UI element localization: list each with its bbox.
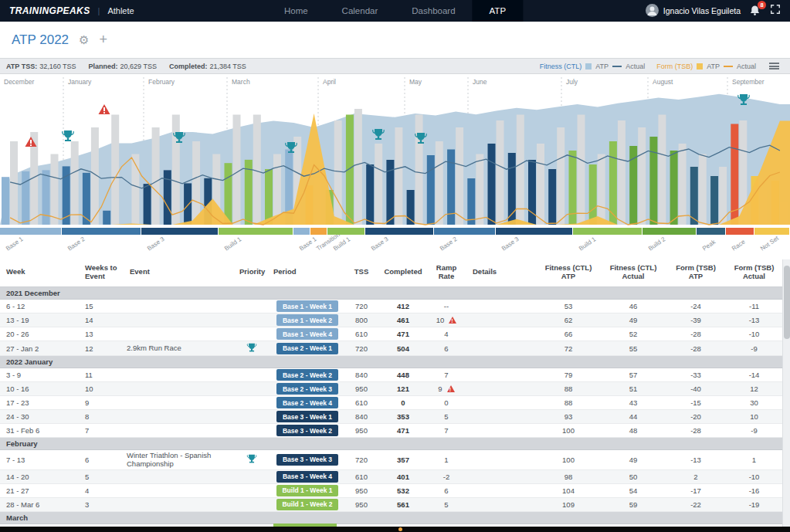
chart-menu-icon[interactable]: [769, 63, 779, 69]
completed-bar[interactable]: [649, 137, 657, 225]
completed-bar[interactable]: [629, 146, 637, 225]
warning-icon[interactable]: [99, 104, 110, 114]
planned-bar[interactable]: [679, 144, 687, 225]
atp-chart[interactable]: DecemberJanuaryFebruaryMarchAprilMayJune…: [0, 74, 790, 253]
planned-bar[interactable]: [111, 115, 119, 225]
planned-bar[interactable]: [638, 127, 646, 225]
period-band-segment[interactable]: [573, 228, 642, 235]
period-badge[interactable]: Base 3 - Week 4: [276, 471, 338, 483]
scrollbar-thumb[interactable]: [784, 266, 790, 339]
completed-bar[interactable]: [42, 170, 50, 225]
table-row[interactable]: 20 - 2613Base 1 - Week 461047146652-28-1…: [0, 327, 790, 341]
planned-bar[interactable]: [395, 127, 402, 225]
period-band-segment[interactable]: [327, 228, 364, 235]
period-band-segment[interactable]: [219, 228, 293, 235]
period-badge[interactable]: Base 3 - Week 3: [276, 454, 338, 466]
period-band-segment[interactable]: [643, 228, 696, 235]
completed-bar[interactable]: [710, 176, 718, 225]
completed-bar[interactable]: [22, 171, 29, 225]
notifications-button[interactable]: 8: [749, 5, 761, 17]
fullscreen-icon[interactable]: [770, 4, 781, 18]
planned-bar[interactable]: [578, 115, 585, 225]
period-band-segment[interactable]: [365, 228, 433, 235]
period-badge[interactable]: Base 1 - Week 1: [276, 300, 338, 312]
completed-bar[interactable]: [467, 178, 475, 225]
completed-bar[interactable]: [548, 169, 556, 225]
user-menu[interactable]: Ignacio Vilas Eguileta: [646, 4, 741, 19]
planned-bar[interactable]: [415, 115, 423, 225]
planned-bar[interactable]: [658, 115, 666, 225]
completed-bar[interactable]: [144, 184, 151, 225]
completed-bar[interactable]: [265, 169, 273, 225]
completed-bar[interactable]: [488, 144, 496, 225]
trophy-icon[interactable]: [63, 130, 74, 141]
table-row[interactable]: 3 - 911Base 2 - Week 284044877957-33-14: [0, 368, 790, 382]
period-band-segment[interactable]: [754, 228, 789, 235]
nav-calendar[interactable]: Calendar: [325, 0, 395, 22]
planned-bar[interactable]: [354, 109, 362, 225]
table-row[interactable]: 21 - 274Build 1 - Week 1950532610454-17-…: [0, 484, 790, 498]
table-row[interactable]: 31 - Feb 67Base 3 - Week 2950471710048-2…: [0, 424, 790, 438]
planned-bar[interactable]: [71, 141, 79, 225]
table-scrollbar[interactable]: [782, 259, 790, 527]
period-band-segment[interactable]: [697, 228, 725, 235]
completed-bar[interactable]: [2, 177, 9, 225]
planned-bar[interactable]: [192, 141, 200, 225]
completed-bar[interactable]: [690, 167, 698, 225]
table-row[interactable]: 6 - 1215Base 1 - Week 1720412--5346-24-1…: [0, 300, 790, 313]
planned-bar[interactable]: [517, 115, 524, 225]
planned-bar[interactable]: [253, 115, 261, 225]
add-plan-button[interactable]: +: [100, 32, 108, 48]
table-row[interactable]: 10 - 1610Base 2 - Week 395012198851-4012: [0, 382, 790, 396]
completed-bar[interactable]: [427, 155, 435, 225]
period-badge[interactable]: Base 2 - Week 4: [276, 397, 338, 408]
table-row[interactable]: 7 - 136Winter Triathlon - Spanish Champi…: [0, 450, 790, 470]
period-band-segment[interactable]: [0, 228, 61, 235]
period-badge[interactable]: Base 3 - Week 2: [276, 425, 338, 436]
planned-bar[interactable]: [497, 120, 504, 225]
period-band-segment[interactable]: [310, 228, 327, 235]
planned-bar[interactable]: [334, 120, 342, 225]
period-badge[interactable]: Build 1 - Week 2: [276, 499, 338, 510]
planned-bar[interactable]: [152, 127, 160, 225]
planned-bar[interactable]: [537, 144, 544, 225]
period-badge[interactable]: Base 2 - Week 3: [276, 383, 338, 395]
completed-bar[interactable]: [670, 151, 678, 225]
period-badge[interactable]: Build 1 - Week 1: [276, 485, 338, 496]
table-row[interactable]: 14 - 205Base 3 - Week 4610401-298502-10: [0, 470, 790, 484]
period-badge[interactable]: Base 3 - Week 1: [276, 411, 338, 422]
period-band-segment[interactable]: [141, 228, 218, 235]
table-row[interactable]: 13 - 1914Base 1 - Week 2800461106249-39-…: [0, 313, 790, 327]
table-row[interactable]: 17 - 239Base 2 - Week 4610008843-1530: [0, 396, 790, 410]
completed-bar[interactable]: [184, 183, 192, 225]
period-band-segment[interactable]: [726, 228, 754, 235]
planned-bar[interactable]: [436, 141, 443, 225]
planned-bar[interactable]: [172, 115, 180, 225]
planned-bar[interactable]: [233, 115, 241, 225]
planned-bar[interactable]: [456, 127, 463, 225]
completed-bar[interactable]: [366, 164, 374, 225]
completed-bar[interactable]: [103, 211, 110, 225]
period-badge[interactable]: Base 1 - Week 2: [276, 314, 338, 326]
planned-bar[interactable]: [51, 154, 59, 225]
nav-dashboard[interactable]: Dashboard: [395, 0, 472, 22]
planned-bar[interactable]: [699, 154, 707, 225]
table-row[interactable]: 27 - Jan 2122.9km Run RaceBase 2 - Week …: [0, 341, 790, 356]
period-badge[interactable]: Base 2 - Week 1: [276, 343, 338, 354]
nav-home[interactable]: Home: [267, 0, 325, 22]
nav-atp[interactable]: ATP: [473, 0, 524, 22]
planned-bar[interactable]: [375, 144, 382, 225]
period-badge[interactable]: Base 2 - Week 2: [276, 369, 338, 381]
period-band-segment[interactable]: [496, 228, 572, 235]
planned-bar[interactable]: [557, 127, 565, 225]
period-band-segment[interactable]: [62, 228, 141, 235]
planned-bar[interactable]: [476, 154, 483, 225]
completed-bar[interactable]: [589, 164, 597, 225]
planned-bar[interactable]: [618, 120, 626, 225]
period-badge[interactable]: Base 1 - Week 4: [276, 328, 338, 340]
planned-bar[interactable]: [598, 154, 605, 225]
table-row[interactable]: 24 - 308Base 3 - Week 184035359344-2010: [0, 410, 790, 424]
period-band-segment[interactable]: [434, 228, 495, 235]
settings-gear-icon[interactable]: ⚙: [79, 33, 89, 47]
period-band-segment[interactable]: [293, 228, 310, 235]
